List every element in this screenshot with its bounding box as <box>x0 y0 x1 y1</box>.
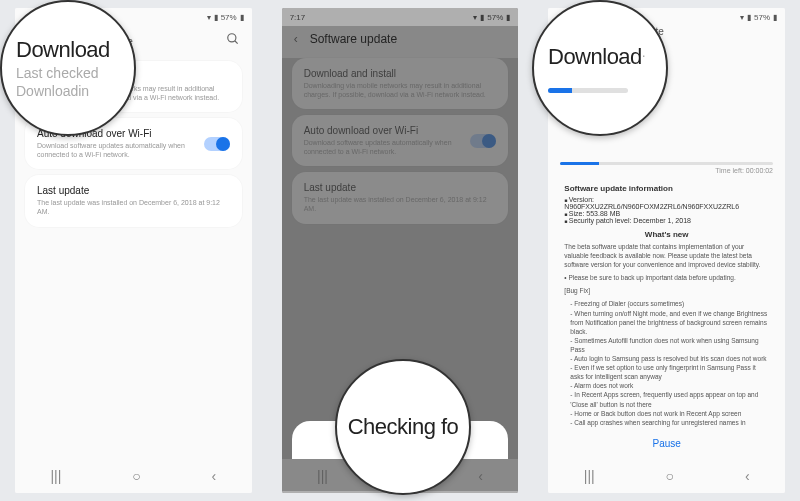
bug-list: Freezing of Dialer (occurs sometimes)Whe… <box>564 299 769 435</box>
battery-text: 57% <box>487 13 503 22</box>
last-update-row[interactable]: Last update The last update was installe… <box>25 175 242 226</box>
backup-text: • Please be sure to back up important da… <box>564 273 769 282</box>
whats-new-heading: What's new <box>564 230 769 239</box>
nav-bar: ||| ○ ‹ <box>15 459 252 493</box>
svg-line-1 <box>234 41 237 44</box>
page-title: Software update <box>310 32 507 46</box>
magnifier-1: Download Last checked Downloadin <box>0 0 136 136</box>
last-title: Last update <box>37 185 230 196</box>
version-row: Version: N960FXXU2ZRL6/N960FOXM2ZRL6/N96… <box>564 196 769 210</box>
search-icon[interactable] <box>226 32 240 49</box>
magnifier-2: Checking fo <box>335 359 471 495</box>
bug-item: When turning on/off Night mode, and even… <box>570 309 769 336</box>
pause-button[interactable]: Pause <box>548 428 785 459</box>
info-heading: Software update information <box>564 184 769 193</box>
nav-home-icon[interactable]: ○ <box>666 468 674 484</box>
header: ‹ Software update <box>282 26 519 52</box>
signal-icon: ▮ <box>480 13 484 22</box>
nav-bar: ||| ○ ‹ <box>548 459 785 493</box>
update-info: Software update information Version: N96… <box>548 184 785 436</box>
battery-icon: ▮ <box>773 13 777 22</box>
size-row: Size: 553.88 MB <box>564 210 769 217</box>
battery-text: 57% <box>754 13 770 22</box>
last-sub: The last update was installed on Decembe… <box>304 195 497 213</box>
status-bar: 7:17 ▾ ▮ 57% ▮ <box>282 8 519 26</box>
mag2-text: Checking fo <box>348 414 459 440</box>
last-title: Last update <box>304 182 497 193</box>
back-icon[interactable]: ‹ <box>294 32 298 46</box>
time-left: Time left: 00:00:02 <box>548 165 785 180</box>
wifi-icon: ▾ <box>473 13 477 22</box>
intro-text: The beta software update that contains i… <box>564 242 769 269</box>
nav-recent-icon[interactable]: ||| <box>584 468 595 484</box>
bug-item: Sometimes Autofill function does not wor… <box>570 336 769 354</box>
bug-item: In Recent Apps screen, frequently used a… <box>570 390 769 408</box>
mag3-text: Download <box>548 44 666 70</box>
battery-text: 57% <box>221 13 237 22</box>
download-title: Download and install <box>304 68 497 79</box>
wifi-icon: ▾ <box>740 13 744 22</box>
bug-item: Alarm does not work <box>570 381 769 390</box>
mag1-line2: Last checked <box>16 65 134 81</box>
nav-home-icon[interactable]: ○ <box>132 468 140 484</box>
battery-icon: ▮ <box>240 13 244 22</box>
patch-row: Security patch level: December 1, 2018 <box>564 217 769 224</box>
battery-icon: ▮ <box>506 13 510 22</box>
signal-icon: ▮ <box>747 13 751 22</box>
auto-title: Auto download over Wi-Fi <box>304 125 471 136</box>
wifi-icon: ▾ <box>207 13 211 22</box>
svg-point-0 <box>227 34 235 42</box>
auto-sub: Download software updates automatically … <box>304 138 471 156</box>
download-sub: Downloading via mobile networks may resu… <box>304 81 497 99</box>
bug-item: Auto login to Samsung pass is resolved b… <box>570 354 769 363</box>
signal-icon: ▮ <box>214 13 218 22</box>
bugfix-heading: [Bug Fix] <box>564 286 769 295</box>
nav-back-icon[interactable]: ‹ <box>745 468 750 484</box>
bug-item: Even if we set option to use only finger… <box>570 363 769 381</box>
mag3-progress <box>548 88 628 93</box>
nav-recent-icon[interactable]: ||| <box>50 468 61 484</box>
bug-item: Home or Back button does not work in Rec… <box>570 409 769 418</box>
download-install-row: Download and install Downloading via mob… <box>292 58 509 109</box>
auto-download-row: Auto download over Wi-Fi Download softwa… <box>292 115 509 166</box>
status-time: 7:17 <box>290 13 306 22</box>
magnifier-3: Download <box>532 0 668 136</box>
auto-sub: Download software updates automatically … <box>37 141 204 159</box>
auto-download-toggle[interactable] <box>204 137 230 151</box>
nav-back-icon[interactable]: ‹ <box>212 468 217 484</box>
auto-download-toggle <box>470 134 496 148</box>
bug-item: Freezing of Dialer (occurs sometimes) <box>570 299 769 308</box>
mag1-line1: Download <box>16 37 134 63</box>
last-sub: The last update was installed on Decembe… <box>37 198 230 216</box>
last-update-row: Last update The last update was installe… <box>292 172 509 223</box>
mag1-line3: Downloadin <box>16 83 134 99</box>
